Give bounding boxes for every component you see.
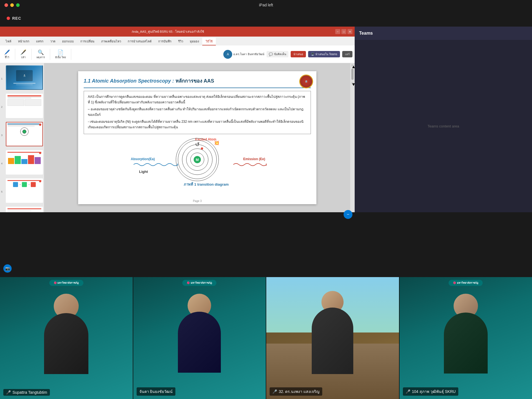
slide-text-box: AAS เป็นการศึกษาการดูดกลืนแสงของอะตอม ที… [84, 91, 311, 134]
present-btn[interactable]: นำเสนอ [291, 51, 306, 57]
rec-indicator [7, 17, 10, 20]
electron-dot [201, 147, 203, 150]
uni-logo-bar-2: 🌺 มหาวิทยาลัยราชภัฏ [182, 280, 216, 286]
ribbon-toolbar: 🖊️ ชี้ไว้ 🖋️ ปล้า 🔍 ผดุงการ 📄 มีเนื้อ ให… [0, 45, 355, 63]
ribbon-tabs: ไฟล์ หน้าแรก แทรก วาด ออกแบบ การเปลี่ยน … [0, 37, 355, 45]
ppt-minimize[interactable]: − [335, 29, 340, 34]
camera-toggle-icon[interactable]: 📷 [3, 264, 12, 273]
tab-help[interactable]: วิธีใช้ [202, 38, 216, 45]
scroll-thumb[interactable] [351, 69, 354, 80]
light-label: Light [139, 170, 148, 174]
emission-label: Emission (Ee) [243, 157, 265, 161]
toolbar-pointer[interactable]: 🖊️ ชี้ไว้ [2, 49, 12, 60]
slide-num-4: 4 [1, 162, 5, 165]
teams-content-placeholder: Teams content area [428, 124, 459, 128]
video-bg-3 [266, 277, 399, 399]
teams-content: Teams content area [355, 40, 532, 212]
user-avatar[interactable]: A [223, 50, 232, 59]
slide-num-2: 2 [1, 106, 5, 108]
slide-scrollbar[interactable]: ▲ ▼ [350, 63, 355, 212]
slide-thumb-6[interactable] [6, 207, 43, 212]
tab-draw[interactable]: วาด [47, 38, 59, 45]
slide-num-1: 1 [1, 77, 5, 80]
fullscreen-button[interactable] [16, 3, 20, 7]
ppt-maximize[interactable]: □ [341, 29, 346, 34]
toolbar-zoom[interactable]: 🔍 ผดุงการ [35, 49, 47, 60]
tab-animations[interactable]: ภาพเคลื่อนไหว [98, 38, 124, 45]
absorption-wave [134, 162, 178, 167]
slide-thumb-4[interactable] [6, 150, 43, 175]
tab-review[interactable]: รีวิว [175, 38, 186, 45]
ppt-main: 1 🔬 2 [0, 63, 355, 212]
video-bg-2 [133, 277, 266, 399]
uni-logo-bar-1: 🌺 มหาวิทยาลัยราชภัฏ [49, 280, 83, 286]
toolbar-group-4: 📄 มีเนื้อ ใหม่ [53, 49, 71, 60]
tab-insert[interactable]: แทรก [33, 38, 47, 45]
scroll-up-btn[interactable]: ▲ [351, 64, 354, 66]
uni-logo-tile-4: 🌺 มหาวิทยาลัยราชภัฏ [400, 280, 532, 286]
slide-num-3: 3 [1, 134, 5, 137]
slide-thumb-3[interactable] [6, 122, 43, 146]
uni-logo-bar-4: 🌺 มหาวิทยาลัยราชภัฏ [449, 280, 483, 286]
video-tile-4: 🌺 มหาวิทยาลัยราชภัฏ 🎤 104 สุภาพ วุฒิพันธ… [400, 277, 532, 399]
comment-btn[interactable]: 💬 ข้อคิดเห็น [267, 51, 288, 57]
slide-panel[interactable]: 1 🔬 2 [0, 63, 44, 212]
expand-collapse-btn[interactable]: − [344, 210, 352, 219]
window-controls[interactable] [4, 3, 20, 7]
slide-para1: AAS เป็นการศึกษาการดูดกลืนแสงของอะตอม ที… [88, 94, 307, 105]
slide-para3: - เช่นอะตอมของธาตุนิเกิล (Ni) จะดูดกลืนแ… [88, 119, 307, 130]
video-tile-1: 🌺 มหาวิทยาลัยราชภัฏ 🎤 Supattra Tangtubti… [0, 277, 133, 399]
curved-arrow: ↺ [195, 141, 200, 148]
tab-transitions[interactable]: การเปลี่ยน [77, 38, 98, 45]
participant-name-3: 🎤 32. ดร.นงพงา แสงเจริญ [270, 387, 322, 396]
window-title: iPad left [259, 3, 273, 7]
uni-logo-tile-1: 🌺 มหาวิทยาลัยราชภัฏ [0, 280, 133, 286]
diagram-caption: ภาพที่ 1 transition diagram [184, 181, 229, 187]
close-button[interactable] [4, 3, 8, 7]
tab-slideshow[interactable]: การนำเสนอสไลด์ [124, 38, 155, 45]
participant-name-4: 🎤 104 สุภาพ วุฒิพันธุ์ SKRU [403, 387, 459, 396]
toolbar-group-1: 🖊️ ชี้ไว้ [2, 49, 15, 60]
slide-thumb-container-1: 1 🔬 [1, 65, 43, 92]
ppt-window-controls[interactable]: − □ ✕ [335, 29, 352, 34]
thumb-dot-4 [39, 152, 41, 154]
video-tile-2: 🌺 มหาวิทยาลัยราชภัฏ จันตา ยินยงชัยวัฒน์ [133, 277, 267, 399]
share-btn[interactable]: แฝร์ [342, 51, 352, 57]
slide-frame: 🏛️ 1.1 Atomic Absorption Spectroscopy : … [78, 71, 316, 204]
toolbar-laser[interactable]: 🖋️ ปล้า [19, 49, 28, 60]
toolbar-group-2: 🖋️ ปล้า [19, 49, 32, 60]
slide-thumb-1[interactable]: 🔬 [6, 65, 43, 90]
present-teams-btn[interactable]: 🖥️ นำเสนอใน Teams [308, 51, 340, 57]
thumb-dot-5 [39, 180, 41, 182]
username-label: อ.ดร.โนตา อินทรชัยวัฒน์ [233, 52, 264, 56]
participant-name-2: จันตา ยินยงชัยวัฒน์ [137, 387, 176, 396]
minimize-button[interactable] [10, 3, 14, 7]
atom-diagram-container: Excited Atom 💥 Absorption(Ea) [84, 137, 311, 182]
participant-label-2: จันตา ยินยงชัยวัฒน์ [139, 388, 173, 395]
slide-thumb-container-5: 5 → → [1, 178, 43, 205]
ppt-window: /inda_AAS_ศูนย์วิทย์ BSRU 65 - โหมดนำเสน… [0, 27, 355, 212]
tab-home[interactable]: หน้าแรก [15, 38, 33, 45]
participant-name-1: 🎤 Supattra Tangtubtim [3, 389, 50, 396]
scroll-down-btn[interactable]: ▼ [351, 82, 354, 84]
thumb-active-dot-3 [39, 124, 41, 126]
slide-title-th: หลักการของ AAS [175, 78, 214, 84]
teams-title: Teams [359, 31, 373, 36]
tab-file[interactable]: ไฟล์ [2, 38, 15, 45]
tab-design[interactable]: ออกแบบ [59, 38, 77, 45]
ppt-close[interactable]: ✕ [347, 29, 352, 34]
slide-thumb-5[interactable]: → → [6, 178, 43, 203]
emission-wave [233, 162, 267, 167]
tab-view[interactable]: มุมมอง [186, 38, 202, 45]
tab-record[interactable]: การบันทึก [155, 38, 175, 45]
slide-title-en: 1.1 Atomic Absorption Spectroscopy : [84, 78, 174, 84]
rec-label: REC [12, 16, 21, 21]
slide-thumb-2[interactable] [6, 94, 43, 118]
video-bg-1 [0, 277, 133, 399]
participant-label-1: Supattra Tangtubtim [12, 390, 47, 395]
slide-thumb-container-4: 4 [1, 150, 43, 177]
toolbar-new[interactable]: 📄 มีเนื้อ ใหม่ [53, 49, 68, 60]
uni-logo-tile-2: 🌺 มหาวิทยาลัยราชภัฏ [133, 280, 266, 286]
slide-logo: 🏛️ [299, 75, 313, 88]
absorption-label: Absorption(Ea) [131, 157, 155, 161]
